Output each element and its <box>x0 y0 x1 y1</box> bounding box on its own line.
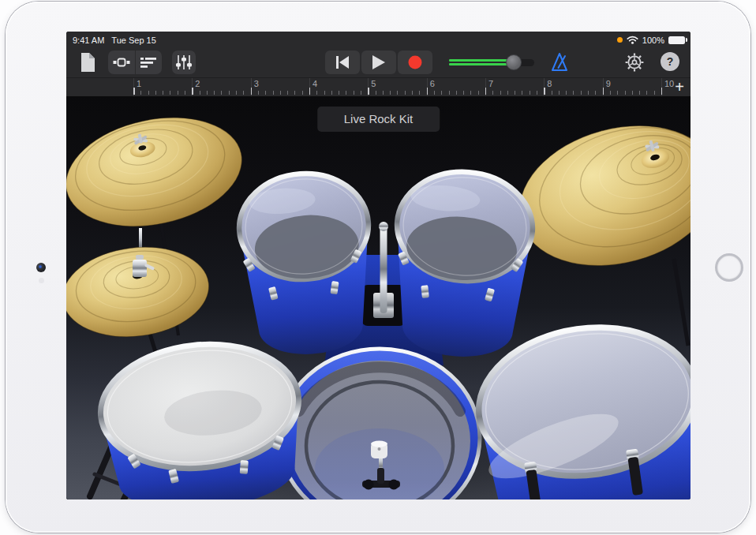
ruler-bar-1: 1 <box>137 79 141 88</box>
tracks-view-button[interactable] <box>135 51 162 74</box>
ruler-bar-8: 8 <box>547 79 552 88</box>
instrument-canvas: Live Rock Kit <box>66 97 691 499</box>
record-icon <box>408 55 422 69</box>
view-segmented-control <box>108 51 162 74</box>
ruler-bar-5: 5 <box>371 79 376 88</box>
master-volume <box>447 51 534 74</box>
mixer-button[interactable] <box>172 51 196 74</box>
ruler-bar-2: 2 <box>195 79 200 88</box>
metronome-icon <box>550 52 569 73</box>
status-bar: 9:41 AM Tue Sep 15 100% <box>66 32 691 48</box>
status-time: 9:41 AM <box>73 36 104 45</box>
garageband-screen: 9:41 AM Tue Sep 15 100% <box>66 32 691 499</box>
ruler-bar-4: 4 <box>313 79 317 88</box>
volume-slider[interactable] <box>447 51 534 74</box>
document-icon <box>80 53 95 72</box>
level-meter-bottom <box>449 63 514 65</box>
ruler-bar-6: 6 <box>430 79 435 88</box>
song-section-add-button[interactable]: + <box>671 78 688 97</box>
home-button[interactable] <box>715 253 743 282</box>
record-button[interactable] <box>398 51 432 74</box>
drum-kit <box>66 97 691 499</box>
regions-view-icon <box>113 57 130 68</box>
metronome-button[interactable] <box>549 51 570 74</box>
tom-mount-post <box>380 225 387 313</box>
light-sensor-icon <box>39 278 44 283</box>
ipad-device: 9:41 AM Tue Sep 15 100% <box>6 2 750 533</box>
tracks-view-icon <box>140 58 156 68</box>
wifi-icon <box>627 36 638 44</box>
ruler[interactable]: 12345678910 + <box>66 77 691 97</box>
ruler-bar-3: 3 <box>254 79 259 88</box>
play-button[interactable] <box>361 51 396 74</box>
battery-icon <box>668 36 685 44</box>
battery-percent: 100% <box>642 36 664 45</box>
help-button[interactable]: ? <box>661 52 679 71</box>
mic-indicator-icon <box>617 37 623 43</box>
settings-gear-icon <box>624 52 645 73</box>
kit-picker-button[interactable]: Live Rock Kit <box>317 107 440 132</box>
slider-thumb[interactable] <box>506 54 522 70</box>
ruler-bar-7: 7 <box>488 79 493 88</box>
ruler-bar-9: 9 <box>606 79 611 88</box>
help-label: ? <box>667 55 674 68</box>
status-date: Tue Sep 15 <box>111 36 155 45</box>
front-camera-icon <box>36 263 46 272</box>
play-icon <box>372 55 385 69</box>
rewind-icon <box>335 56 350 69</box>
rewind-button[interactable] <box>325 51 360 74</box>
mixer-icon <box>175 54 193 70</box>
desktop-background: 9:41 AM Tue Sep 15 100% <box>0 0 756 535</box>
regions-view-button[interactable] <box>108 51 135 74</box>
transport-controls <box>325 51 432 74</box>
song-settings-button[interactable] <box>623 51 646 74</box>
toolbar: ? <box>66 48 691 77</box>
level-meter-top <box>449 59 514 62</box>
my-songs-button[interactable] <box>77 51 98 74</box>
